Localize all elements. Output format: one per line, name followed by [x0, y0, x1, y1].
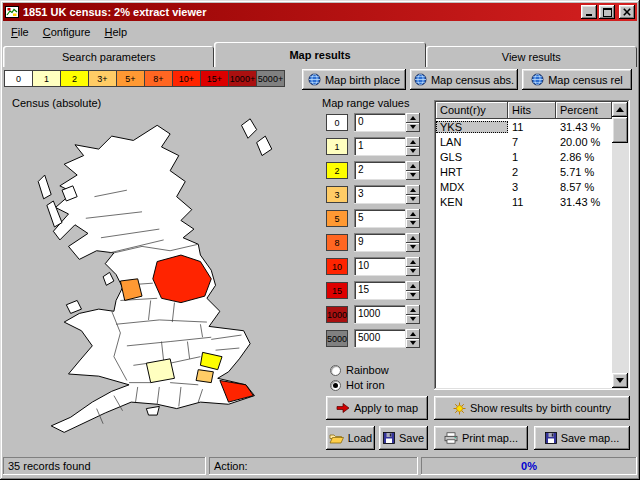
- county-MDX[interactable]: [196, 370, 213, 383]
- menu-configure[interactable]: Configure: [36, 24, 98, 40]
- load-button[interactable]: Load: [326, 426, 375, 450]
- radio-circle[interactable]: [330, 365, 341, 376]
- cell-hits: 11: [508, 196, 556, 208]
- range-value-spinner[interactable]: 9: [354, 233, 420, 252]
- range-swatch: 5: [326, 210, 348, 227]
- table-row[interactable]: KEN 11 31.43 %: [436, 194, 612, 209]
- button-label: Map census rel: [548, 74, 623, 86]
- range-rows: 0 0 1 1 2 2 3 3: [326, 113, 420, 348]
- table-row[interactable]: HRT 2 5.71 %: [436, 164, 612, 179]
- close-button[interactable]: [619, 5, 635, 19]
- range-value-spinner[interactable]: 1: [354, 137, 420, 156]
- range-value-input[interactable]: 5000: [354, 329, 406, 348]
- down-arrow-icon: [616, 378, 624, 383]
- spin-down-button[interactable]: [406, 219, 420, 229]
- globe-icon: [531, 73, 544, 86]
- tab-search-parameters[interactable]: Search parameters: [3, 46, 214, 67]
- range-value-input[interactable]: 2: [354, 161, 406, 180]
- range-value-spinner[interactable]: 1000: [354, 305, 420, 324]
- save-button[interactable]: Save: [379, 426, 428, 450]
- spin-down-button[interactable]: [406, 123, 420, 133]
- range-value-spinner[interactable]: 0: [354, 113, 420, 132]
- range-value-input[interactable]: 1: [354, 137, 406, 156]
- range-value-input[interactable]: 10: [354, 257, 406, 276]
- spin-down-button[interactable]: [406, 267, 420, 277]
- spin-up-button[interactable]: [406, 281, 420, 291]
- table-row[interactable]: LAN 7 20.00 %: [436, 134, 612, 149]
- range-row: 1 1: [326, 137, 420, 156]
- range-swatch: 8: [326, 234, 348, 251]
- spin-up-button[interactable]: [406, 113, 420, 123]
- spin-up-button[interactable]: [406, 257, 420, 267]
- tab-view-results[interactable]: View results: [426, 46, 637, 67]
- apply-to-map-button[interactable]: Apply to map: [326, 396, 428, 420]
- button-label: Map census abs.: [431, 74, 514, 86]
- spin-up-button[interactable]: [406, 137, 420, 147]
- scrollbar-thumb[interactable]: [612, 117, 628, 143]
- map-census-abs-button[interactable]: Map census abs.: [410, 69, 518, 90]
- radio-circle[interactable]: [330, 380, 341, 391]
- save-map-button[interactable]: Save map...: [534, 426, 630, 450]
- minimize-button[interactable]: [581, 5, 597, 19]
- spin-down-button[interactable]: [406, 315, 420, 325]
- range-value-input[interactable]: 5: [354, 209, 406, 228]
- menu-help[interactable]: Help: [97, 24, 134, 40]
- range-row: 0 0: [326, 113, 420, 132]
- status-action: Action:: [209, 457, 418, 475]
- spin-up-button[interactable]: [406, 233, 420, 243]
- vertical-scrollbar[interactable]: [612, 102, 628, 388]
- spin-up-button[interactable]: [406, 305, 420, 315]
- column-header-country[interactable]: Count(r)y: [436, 102, 508, 119]
- maximize-button[interactable]: [599, 5, 615, 19]
- tab-map-results[interactable]: Map results: [214, 42, 425, 67]
- range-value-spinner[interactable]: 5000: [354, 329, 420, 348]
- table-row[interactable]: GLS 1 2.86 %: [436, 149, 612, 164]
- range-swatch: 0: [326, 114, 348, 131]
- spin-up-button[interactable]: [406, 329, 420, 339]
- range-value-input[interactable]: 9: [354, 233, 406, 252]
- spin-up-button[interactable]: [406, 185, 420, 195]
- spin-down-button[interactable]: [406, 291, 420, 301]
- cell-country: GLS: [436, 151, 508, 163]
- spin-down-button[interactable]: [406, 171, 420, 181]
- range-value-spinner[interactable]: 15: [354, 281, 420, 300]
- column-header-percent[interactable]: Percent: [556, 102, 612, 119]
- print-map-button[interactable]: Print map...: [434, 426, 528, 450]
- spin-down-button[interactable]: [406, 243, 420, 253]
- button-label: Apply to map: [354, 402, 418, 414]
- spin-down-button[interactable]: [406, 339, 420, 349]
- spin-up-button[interactable]: [406, 209, 420, 219]
- scroll-up-button[interactable]: [612, 102, 628, 117]
- radio-hot-iron[interactable]: Hot iron: [330, 379, 385, 391]
- range-row: 10 10: [326, 257, 420, 276]
- range-value-input[interactable]: 3: [354, 185, 406, 204]
- range-swatch: 1000: [326, 306, 348, 323]
- spin-down-button[interactable]: [406, 195, 420, 205]
- map-census-rel-button[interactable]: Map census rel: [522, 69, 632, 90]
- show-results-by-birth-country-button[interactable]: Show results by birth country: [434, 396, 630, 420]
- range-value-spinner[interactable]: 2: [354, 161, 420, 180]
- floppy-disk-icon: [383, 432, 395, 444]
- range-swatch: 3: [326, 186, 348, 203]
- range-value-spinner[interactable]: 5: [354, 209, 420, 228]
- menu-file[interactable]: File: [4, 24, 36, 40]
- scroll-down-button[interactable]: [612, 373, 628, 388]
- column-header-hits[interactable]: Hits: [508, 102, 556, 119]
- button-label: Show results by birth country: [470, 402, 611, 414]
- radio-label: Hot iron: [346, 379, 385, 391]
- range-value-spinner[interactable]: 10: [354, 257, 420, 276]
- spin-down-button[interactable]: [406, 147, 420, 157]
- range-value-input[interactable]: 15: [354, 281, 406, 300]
- spin-up-button[interactable]: [406, 161, 420, 171]
- map-birth-place-button[interactable]: Map birth place: [302, 69, 406, 90]
- radio-rainbow[interactable]: Rainbow: [330, 364, 389, 376]
- table-row[interactable]: MDX 3 8.57 %: [436, 179, 612, 194]
- county-LAN[interactable]: [120, 279, 142, 301]
- cell-country: HRT: [436, 166, 508, 178]
- app-window: 1851 UK census: 2% extract viewer File C…: [0, 0, 640, 480]
- range-value-spinner[interactable]: 3: [354, 185, 420, 204]
- county-GLS[interactable]: [146, 359, 174, 383]
- range-value-input[interactable]: 0: [354, 113, 406, 132]
- range-value-input[interactable]: 1000: [354, 305, 406, 324]
- table-row[interactable]: YKS 11 31.43 %: [436, 119, 612, 134]
